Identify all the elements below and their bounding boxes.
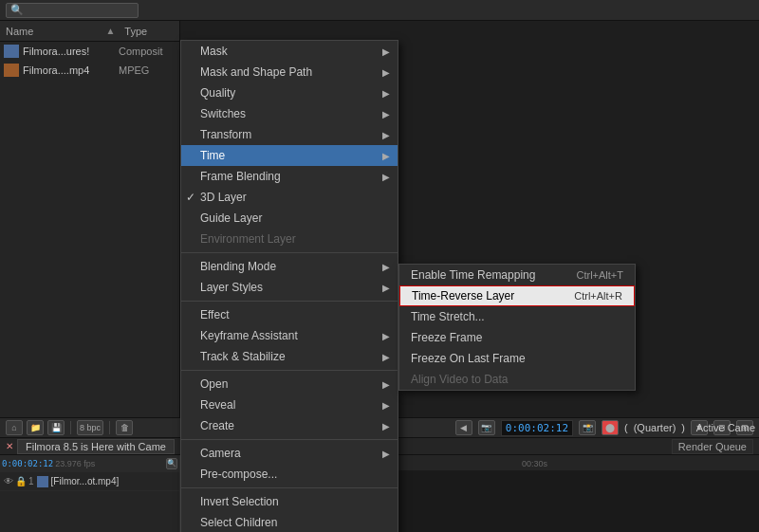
time-submenu: Enable Time Remapping Ctrl+Alt+T Time-Re… [398,264,636,391]
menu-item-blending-mode[interactable]: Blending Mode ▶ [181,256,398,277]
submenu-item-time-reverse-layer[interactable]: Time-Reverse Layer Ctrl+Alt+R [399,285,635,306]
ruler-mark-30: 00:30s [522,459,547,468]
menu-item-effect[interactable]: Effect [181,304,398,325]
top-bar: 🔍 [0,0,759,21]
submenu-item-freeze-on-last-frame[interactable]: Freeze On Last Frame [399,348,635,369]
menu-divider [181,252,398,253]
tl-file-icon [37,476,48,487]
submenu-arrow-icon: ▶ [382,379,390,390]
timeline-controls-header: 0:00:02:12 23.976 fps 🔍 [0,455,179,472]
tl-layer-name: [Filmor...ot.mp4] [51,476,176,486]
menu-item-keyframe-assistant[interactable]: Keyframe Assistant ▶ [181,325,398,346]
submenu-item-freeze-frame[interactable]: Freeze Frame [399,327,635,348]
menu-item-open[interactable]: Open ▶ [181,374,398,394]
menu-item-select-children[interactable]: Select Children [181,512,398,532]
menu-item-switches[interactable]: Switches ▶ [181,103,398,124]
submenu-arrow-icon: ▶ [382,151,390,161]
submenu-arrow-icon: ▶ [382,130,390,140]
menu-divider [181,301,398,302]
menu-item-layer-styles[interactable]: Layer Styles ▶ [181,277,398,298]
list-item[interactable]: Filmora...ures! Composit [0,42,179,61]
submenu-item-enable-time-remapping[interactable]: Enable Time Remapping Ctrl+Alt+T [399,265,635,285]
toolbar-btn-camera-snap[interactable]: 📸 [579,420,596,435]
list-item[interactable]: Filmora....mp4 MPEG [0,61,179,80]
toolbar-btn-disk[interactable]: 💾 [47,420,65,435]
submenu-arrow-icon: ▶ [382,88,390,99]
toolbar-separator [70,421,71,434]
submenu-arrow-icon: ▶ [382,421,390,431]
submenu-arrow-icon: ▶ [382,67,390,78]
submenu-arrow-icon: ▶ [382,46,390,57]
toolbar-btn-8bpc[interactable]: 8 bpc [77,420,103,435]
submenu-arrow-icon: ▶ [382,283,390,293]
submenu-arrow-icon: ▶ [382,172,390,182]
render-queue-tab[interactable]: Render Queue [672,439,753,454]
quality-close: ) [681,422,685,433]
submenu-item-align-video-to-data: Align Video to Data [399,369,635,390]
menu-item-frame-blending[interactable]: Frame Blending ▶ [181,166,398,187]
menu-item-transform[interactable]: Transform ▶ [181,124,398,145]
file-type: Composit [119,46,176,57]
menu-item-3d-layer[interactable]: ✓ 3D Layer [181,187,398,208]
menu-item-mask[interactable]: Mask ▶ [181,41,398,62]
col-type-header: Type [124,26,174,37]
sort-arrow: ▲ [105,26,115,36]
menu-divider [181,439,398,440]
search-icon: 🔍 [10,4,24,16]
toolbar-btn-folder[interactable]: 📁 [27,420,44,435]
submenu-arrow-icon: ▶ [382,352,390,362]
timeline-row: 👁 🔒 1 [Filmor...ot.mp4] [0,472,179,491]
tl-visibility-icon[interactable]: 👁 [4,476,13,486]
menu-item-precompose[interactable]: Pre-compose... [181,464,398,485]
submenu-arrow-icon: ▶ [382,262,390,272]
file-type: MPEG [119,64,176,76]
file-name: Filmora...ures! [23,46,119,57]
menu-item-track-stabilize[interactable]: Track & Stabilize ▶ [181,346,398,367]
project-panel: Name ▲ Type Filmora...ures! Composit Fil… [0,21,180,419]
col-name-header: Name [6,26,103,37]
file-icon [4,45,19,58]
file-name: Filmora....mp4 [23,64,119,76]
comp-tab[interactable]: Filmora 8.5 is Here with Came [17,439,175,454]
context-menu: Mask ▶ Mask and Shape Path ▶ Quality ▶ S… [180,40,398,532]
toolbar-btn-camera-icon[interactable]: 📷 [478,420,495,435]
submenu-arrow-icon: ▶ [382,109,390,119]
menu-divider [181,487,398,488]
tl-search-btn[interactable]: 🔍 [166,458,177,469]
toolbar-btn-trash[interactable]: 🗑 [116,420,133,435]
submenu-arrow-icon: ▶ [382,400,390,411]
active-cam-label: Active Came [696,418,755,437]
tl-lock-icon[interactable]: 🔒 [15,476,27,486]
menu-item-reveal[interactable]: Reveal ▶ [181,394,398,415]
search-box[interactable]: 🔍 [6,3,139,18]
submenu-arrow-icon: ▶ [382,449,390,459]
menu-item-invert-selection[interactable]: Invert Selection [181,491,398,512]
menu-item-guide-layer[interactable]: Guide Layer [181,208,398,229]
menu-item-quality[interactable]: Quality ▶ [181,83,398,103]
toolbar-btn-play-left[interactable]: ◀ [455,420,472,435]
menu-item-create[interactable]: Create ▶ [181,415,398,436]
checkmark-icon: ✓ [186,191,195,204]
toolbar-btn-color[interactable]: ⬤ [602,420,619,435]
file-icon [4,64,19,77]
menu-item-environment-layer: Environment Layer [181,229,398,249]
menu-item-mask-shape[interactable]: Mask and Shape Path ▶ [181,62,398,83]
menu-divider [181,370,398,371]
menu-item-camera[interactable]: Camera ▶ [181,443,398,464]
tl-timecode-small: 0:00:02:12 [2,459,53,468]
toolbar-btn-home[interactable]: ⌂ [6,420,23,435]
quality-value: (Quarter) [634,422,676,433]
panel-header: Name ▲ Type [0,21,179,42]
toolbar-separator [109,421,110,434]
submenu-item-time-stretch[interactable]: Time Stretch... [399,306,635,327]
tl-num: 1 [28,476,34,486]
quality-label: ( [624,422,628,433]
menu-item-time[interactable]: Time ▶ [181,145,398,166]
timeline-controls: 0:00:02:12 23.976 fps 🔍 👁 🔒 1 [Filmor...… [0,455,180,532]
submenu-arrow-icon: ▶ [382,331,390,341]
timecode-display[interactable]: 0:00:02:12 [501,420,573,436]
